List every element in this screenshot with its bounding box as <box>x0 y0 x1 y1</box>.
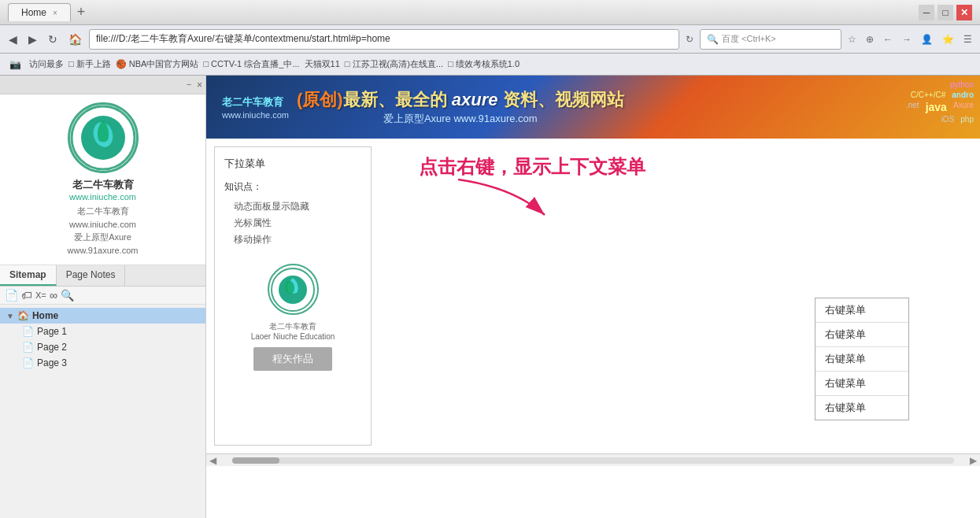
banner-left: 老二牛车教育 www.iniuche.com (原创)最新、最全的 axure … <box>222 88 624 126</box>
page2-icon: 📄 <box>22 342 34 353</box>
logo-area: 老二牛车教育 www.iniuche.com 老二牛车教育www.iniuche… <box>0 94 205 265</box>
home-icon: 🏠 <box>17 310 29 321</box>
page3-icon: 📄 <box>22 357 34 368</box>
bm-nba[interactable]: 🏀 NBA中国官方网站 <box>116 58 199 70</box>
tab-sitemap[interactable]: Sitemap <box>0 265 57 286</box>
right-content: 点击右键，显示上下文菜单 <box>387 146 972 446</box>
banner: 老二牛车教育 www.iniuche.com (原创)最新、最全的 axure … <box>206 76 980 139</box>
tree-item-home-label: Home <box>32 310 58 321</box>
sidebar-close-button[interactable]: × <box>197 80 202 91</box>
home-button[interactable]: 🏠 <box>65 31 86 47</box>
arrow-left-icon[interactable]: ← <box>880 32 896 46</box>
lang-net: .net <box>906 101 919 113</box>
lang-andro: andro <box>952 91 974 99</box>
ctx-item-3[interactable]: 右键菜单 <box>815 347 908 372</box>
user-icon[interactable]: 👤 <box>918 32 936 46</box>
context-menu[interactable]: 右键菜单 右键菜单 右键菜单 右键菜单 右键菜单 <box>815 298 909 420</box>
reload-button[interactable]: ↻ <box>44 31 61 47</box>
star-icon[interactable]: ☆ <box>845 32 860 46</box>
main-content: － × 老二牛车教育 www.iniuche.com <box>0 76 980 518</box>
lang-php: php <box>960 115 974 124</box>
window-controls: ─ □ ✕ <box>919 5 972 20</box>
tree-item-page1[interactable]: 📄 Page 1 <box>0 324 205 339</box>
logo-circle <box>68 102 139 173</box>
address-bar: ◀ ▶ ↻ 🏠 ↻ 🔍 百度 <Ctrl+K> ☆ ⊕ ← → 👤 ⭐ ☰ <box>0 25 980 54</box>
ctx-item-1[interactable]: 右键菜单 <box>815 298 908 323</box>
ctx-item-2[interactable]: 右键菜单 <box>815 323 908 347</box>
minimize-button[interactable]: ─ <box>919 5 934 20</box>
lang-java: java <box>926 101 947 113</box>
lang-c: C/C++/C# <box>911 91 945 99</box>
forward-button[interactable]: ▶ <box>24 31 41 47</box>
panel-tabs: Sitemap Page Notes <box>0 265 205 287</box>
search-placeholder: 百度 <Ctrl+K> <box>722 33 776 45</box>
tree-arrow: ▼ <box>6 312 14 320</box>
menu-icon[interactable]: ☰ <box>960 32 975 46</box>
bookmarks-bar: 📷 访问最多 □ 新手上路 🏀 NBA中国官方网站 □ CCTV-1 综合直播_… <box>0 54 980 76</box>
tree-item-page3-label: Page 3 <box>37 357 67 368</box>
sitemap-toolbar: 📄 🏷 X= ∞ 🔍 <box>0 287 205 305</box>
tab-title: Home <box>21 7 46 18</box>
web-content: 老二牛车教育 www.iniuche.com (原创)最新、最全的 axure … <box>206 76 980 518</box>
bm-most-visited[interactable]: 访问最多 <box>29 58 64 70</box>
scroll-left-arrow[interactable]: ◀ <box>206 455 220 466</box>
page-tree: ▼ 🏠 Home 📄 Page 1 📄 Page 2 📄 Page 3 <box>0 305 205 518</box>
variable-icon: X= <box>35 290 46 300</box>
search-icon[interactable]: 🔍 <box>61 289 74 302</box>
bm-cctv[interactable]: □ CCTV-1 综合直播_中... <box>203 58 299 70</box>
footer-logo-svg <box>270 267 316 313</box>
browser-window: Home × + ─ □ ✕ ◀ ▶ ↻ 🏠 ↻ 🔍 百度 <Ctrl+K> ☆… <box>0 0 980 518</box>
banner-logo: 老二牛车教育 www.iniuche.com <box>222 94 289 120</box>
close-tab-icon[interactable]: × <box>53 9 57 17</box>
arrow-area <box>387 195 972 227</box>
content-area: 下拉菜单 知识点： 动态面板显示隐藏 光标属性 移动操作 <box>206 139 980 453</box>
tree-item-page2-label: Page 2 <box>37 342 67 353</box>
tree-item-home[interactable]: ▼ 🏠 Home <box>0 308 205 324</box>
bm-jiangsu[interactable]: □ 江苏卫视(高清)在线直... <box>345 58 443 70</box>
logo-url: www.iniuche.com <box>69 192 136 202</box>
tag-icon[interactable]: 🏷 <box>21 289 32 302</box>
url-input[interactable] <box>89 29 679 50</box>
maximize-button[interactable]: □ <box>937 5 953 20</box>
tree-item-page3[interactable]: 📄 Page 3 <box>0 355 205 371</box>
banner-subtitle: 爱上原型Axure www.91axure.com <box>297 112 624 126</box>
card-item-2: 光标属性 <box>224 215 361 231</box>
scroll-right-arrow[interactable]: ▶ <box>967 455 980 466</box>
close-button[interactable]: ✕ <box>956 5 972 20</box>
bm-perf[interactable]: □ 绩效考核系统1.0 <box>448 58 520 70</box>
title-bar: Home × + ─ □ ✕ <box>0 0 980 25</box>
sidebar-header: － × <box>0 76 205 94</box>
card-item-3: 移动操作 <box>224 231 361 248</box>
lang-ios: iOS <box>941 115 955 124</box>
ctx-item-5[interactable]: 右键菜单 <box>815 396 908 420</box>
banner-slogan: (原创)最新、最全的 axure 资料、视频网站 <box>297 88 624 112</box>
scroll-track[interactable] <box>232 457 954 464</box>
link-icon[interactable]: ∞ <box>50 289 57 302</box>
bm-tmall[interactable]: 天猫双11 <box>305 58 340 70</box>
bm-star-icon: 📷 <box>6 57 24 72</box>
extensions-icon[interactable]: ⭐ <box>939 32 957 46</box>
back-button[interactable]: ◀ <box>5 31 21 47</box>
lang-python: python <box>950 80 974 89</box>
bottom-scrollbar: ◀ ▶ <box>206 453 980 466</box>
search-box[interactable]: 🔍 百度 <Ctrl+K> <box>700 29 841 50</box>
footer-logo-text: 老二牛车教育Laoer Niuche Education <box>251 321 335 341</box>
new-tab-button[interactable]: + <box>77 4 86 20</box>
ctx-item-4[interactable]: 右键菜单 <box>815 372 908 396</box>
sidebar-minimize-button[interactable]: － <box>184 78 194 91</box>
footer-button[interactable]: 程矢作品 <box>253 347 332 371</box>
banner-langs: python C/C++/C# andro .net java Axure iO… <box>906 80 974 124</box>
logo-name: 老二牛车教育 <box>72 178 134 192</box>
bm-new-user[interactable]: □ 新手上路 <box>68 58 111 70</box>
scroll-thumb[interactable] <box>232 457 279 464</box>
tree-item-page2[interactable]: 📄 Page 2 <box>0 339 205 355</box>
sidebar: － × 老二牛车教育 www.iniuche.com <box>0 76 206 518</box>
page-icon[interactable]: 📄 <box>5 289 18 302</box>
logo-svg <box>70 105 136 171</box>
active-tab[interactable]: Home × <box>8 3 71 21</box>
tab-page-notes[interactable]: Page Notes <box>57 265 126 286</box>
refresh-icon[interactable]: ↻ <box>682 32 697 46</box>
arrow-right-icon[interactable]: → <box>899 32 915 46</box>
card-section: 知识点： 动态面板显示隐藏 光标属性 移动操作 <box>224 180 361 248</box>
bookmark-icon[interactable]: ⊕ <box>863 32 877 46</box>
